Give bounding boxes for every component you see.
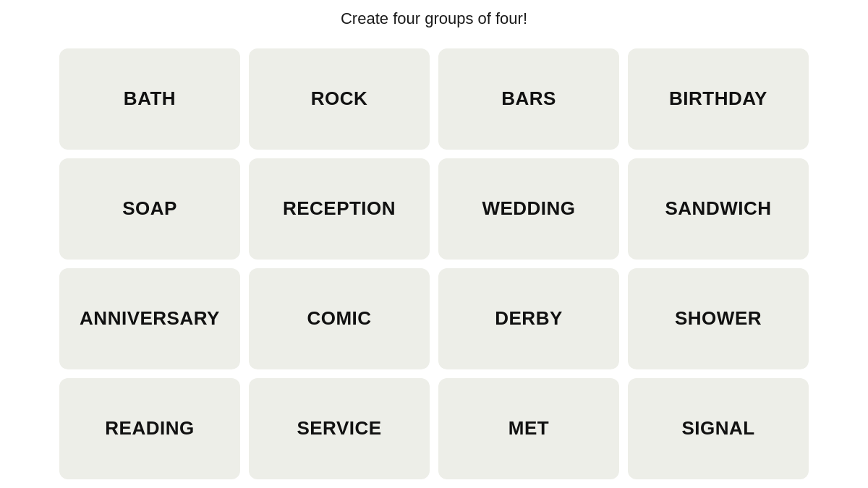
tile-label-comic: COMIC: [307, 307, 371, 330]
tile-sandwich[interactable]: SANDWICH: [628, 158, 809, 260]
tile-label-rock: ROCK: [311, 87, 368, 110]
tile-label-service: SERVICE: [297, 417, 381, 440]
tile-signal[interactable]: SIGNAL: [628, 378, 809, 479]
tile-label-reception: RECEPTION: [283, 197, 396, 220]
tile-label-signal: SIGNAL: [681, 417, 754, 440]
tile-reading[interactable]: READING: [59, 378, 240, 479]
tile-service[interactable]: SERVICE: [249, 378, 430, 479]
tile-wedding[interactable]: WEDDING: [438, 158, 619, 260]
tile-label-anniversary: ANNIVERSARY: [80, 307, 220, 330]
tile-shower[interactable]: SHOWER: [628, 268, 809, 369]
tile-comic[interactable]: COMIC: [249, 268, 430, 369]
tile-label-bars: BARS: [501, 87, 556, 110]
tile-met[interactable]: MET: [438, 378, 619, 479]
tile-label-wedding: WEDDING: [482, 197, 575, 220]
tile-anniversary[interactable]: ANNIVERSARY: [59, 268, 240, 369]
word-grid: BATHROCKBARSBIRTHDAYSOAPRECEPTIONWEDDING…: [59, 48, 809, 479]
tile-soap[interactable]: SOAP: [59, 158, 240, 260]
tile-label-derby: DERBY: [495, 307, 563, 330]
tile-bars[interactable]: BARS: [438, 48, 619, 150]
page-title: Create four groups of four!: [341, 9, 527, 28]
tile-reception[interactable]: RECEPTION: [249, 158, 430, 260]
tile-derby[interactable]: DERBY: [438, 268, 619, 369]
tile-label-sandwich: SANDWICH: [665, 197, 772, 220]
tile-label-birthday: BIRTHDAY: [669, 87, 767, 110]
tile-birthday[interactable]: BIRTHDAY: [628, 48, 809, 150]
tile-label-soap: SOAP: [122, 197, 177, 220]
tile-rock[interactable]: ROCK: [249, 48, 430, 150]
tile-label-bath: BATH: [124, 87, 176, 110]
tile-label-reading: READING: [105, 417, 194, 440]
tile-bath[interactable]: BATH: [59, 48, 240, 150]
tile-label-shower: SHOWER: [675, 307, 762, 330]
tile-label-met: MET: [509, 417, 549, 440]
